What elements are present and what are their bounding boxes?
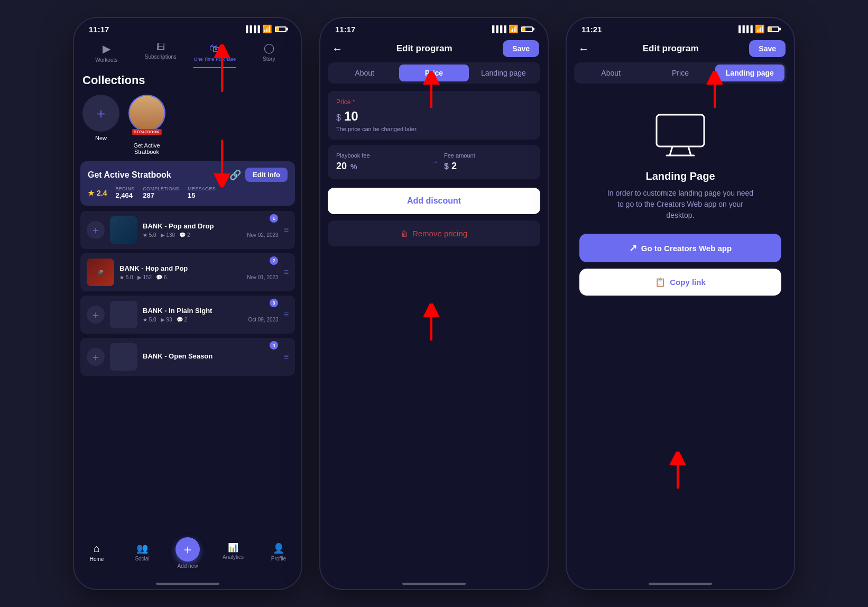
tab-workouts[interactable]: ▶ Workouts [79, 39, 134, 68]
workout-info-4: BANK - Open Season [143, 352, 279, 362]
fee-amount-value-row: $ 2 [444, 161, 532, 172]
avatar-image [130, 96, 164, 131]
add-new-label: Add new [178, 563, 198, 569]
tab-about-2[interactable]: About [330, 65, 399, 81]
status-time-2: 11:17 [335, 25, 355, 34]
status-time-1: 11:17 [89, 25, 109, 34]
fee-amount-value: 2 [451, 161, 457, 171]
nav-home[interactable]: ⌂ Home [74, 542, 119, 569]
tab-price-2[interactable]: Price [399, 65, 468, 81]
tab-price-3[interactable]: Price [645, 65, 715, 81]
fee-arrow-icon: → [429, 157, 439, 168]
add-workout-4[interactable]: ＋ [87, 348, 105, 366]
landing-page-desc: In order to customize landing page you n… [606, 188, 754, 221]
status-bar-3: 11:21 ▐▐▐▐ 📶 [567, 18, 794, 36]
workout-badge-1: 1 [270, 214, 278, 223]
messages-value: 15 [188, 191, 195, 199]
completions-value: 287 [143, 191, 154, 199]
workout-item-2[interactable]: 🎬 BANK - Hop and Pop ★ 5.0 ▶ 152 💬 6 Nov… [80, 253, 295, 291]
comment-icon-1: 💬 2 [179, 232, 190, 238]
price-field-label: Price * [336, 98, 532, 106]
nav-social[interactable]: 👥 Social [119, 542, 165, 569]
add-discount-button[interactable]: Add discount [328, 188, 540, 214]
workout-date-1: Nov 02, 2023 [247, 232, 279, 238]
story-icon: ◯ [264, 42, 274, 54]
fee-amount-group: Fee amount $ 2 [444, 152, 532, 172]
tab-about-3[interactable]: About [576, 65, 645, 81]
subscriptions-icon: 🎞 [156, 42, 165, 52]
rating-value: 2.4 [97, 189, 107, 197]
messages-stat: Messages 15 [188, 186, 216, 199]
tab-bar-3: About Price Landing page [574, 62, 787, 84]
wifi-icon-3: 📶 [755, 24, 765, 34]
add-new-button[interactable]: ＋ [176, 537, 200, 562]
workout-title-1: BANK - Pop and Drop [143, 222, 279, 230]
social-icon: 👥 [136, 542, 148, 554]
tab-story[interactable]: ◯ Story [242, 39, 297, 68]
completions-stat: Completions 287 [143, 186, 179, 199]
playbook-fee-group: Playbook fee 20 % [336, 152, 424, 172]
add-workout-1[interactable]: ＋ [87, 221, 105, 239]
add-workout-3[interactable]: ＋ [87, 306, 105, 324]
edit-program-title-3: Edit program [592, 43, 749, 54]
tab-one-time-purchase[interactable]: 🛍 One Time Purchase [188, 39, 242, 68]
tab-subscriptions[interactable]: 🎞 Subscriptions [134, 39, 188, 68]
drag-handle-2: ≡ [284, 268, 289, 277]
star-icon: ★ [88, 189, 95, 197]
workout-item-3[interactable]: ＋ BANK - In Plain Sight ★ 5.0 ▶ 93 💬 2 O… [80, 296, 295, 334]
home-indicator-3 [649, 583, 712, 585]
analytics-icon: 📊 [228, 542, 238, 553]
bottom-nav: ⌂ Home 👥 Social ＋ Add new 📊 Analytics 👤 … [74, 538, 301, 580]
profile-label: Profile [271, 556, 286, 562]
get-active-collection-item[interactable]: STRATBOOK Get Active Stratbook [127, 95, 167, 155]
workout-item-4[interactable]: ＋ BANK - Open Season 4 ≡ [80, 338, 295, 376]
edit-header-3: ← Edit program Save [567, 36, 794, 62]
copy-link-button[interactable]: 📋 Copy link [579, 269, 781, 296]
battery-icon-3 [768, 26, 779, 32]
status-icons-1: ▐▐▐▐ 📶 [244, 24, 287, 34]
workout-title-2: BANK - Hop and Pop [119, 264, 279, 272]
svg-line-6 [688, 146, 691, 155]
save-button-3[interactable]: Save [749, 40, 786, 57]
phone-2: 11:17 ▐▐▐▐ 📶 ← Edit program Save About P… [320, 18, 548, 589]
workout-date-3: Oct 09, 2023 [248, 317, 278, 323]
workout-meta-2: ★ 5.0 ▶ 152 💬 6 Nov 01, 2023 [119, 274, 279, 280]
status-icons-3: ▐▐▐▐ 📶 [736, 24, 779, 34]
nav-analytics[interactable]: 📊 Analytics [210, 542, 256, 569]
remove-pricing-button[interactable]: 🗑 Remove pricing [328, 220, 540, 246]
workout-badge-3: 3 [270, 299, 278, 307]
edit-header-2: ← Edit program Save [320, 36, 548, 62]
save-button-2[interactable]: Save [503, 40, 539, 57]
back-button-2[interactable]: ← [329, 40, 346, 57]
tab-landing-2[interactable]: Landing page [469, 65, 538, 81]
analytics-label: Analytics [223, 554, 244, 560]
tab-landing-3[interactable]: Landing page [715, 65, 784, 81]
phone-3: 11:21 ▐▐▐▐ 📶 ← Edit program Save About P… [567, 18, 794, 589]
new-collection-item[interactable]: ＋ New [82, 95, 119, 141]
nav-add-new[interactable]: ＋ Add new [165, 542, 210, 569]
price-field[interactable]: Price * $ 10 The price can be changed la… [328, 91, 540, 140]
trash-icon: 🗑 [401, 229, 408, 238]
fee-amount-label: Fee amount [444, 152, 532, 159]
back-button-3[interactable]: ← [575, 40, 592, 57]
fee-row: Playbook fee 20 % → Fee amount $ 2 [328, 145, 540, 179]
link-button[interactable]: 🔗 [225, 169, 245, 181]
drag-handle-4: ≡ [284, 352, 289, 362]
workout-badge-2: 2 [270, 256, 278, 265]
nav-profile[interactable]: 👤 Profile [256, 542, 301, 569]
playbook-fee-value: 20 % [336, 161, 424, 172]
signal-icon-1: ▐▐▐▐ [244, 25, 260, 33]
workout-rating-3: ★ 5.0 [143, 317, 156, 323]
go-creators-button[interactable]: ↗ Go to Creators Web app [579, 234, 781, 262]
workout-item-1[interactable]: ＋ BANK - Pop and Drop ★ 5.0 ▶ 130 💬 2 No… [80, 211, 295, 249]
home-indicator-2 [402, 583, 466, 585]
edit-info-button[interactable]: Edit info [245, 168, 288, 182]
wifi-icon-2: 📶 [509, 24, 519, 34]
workout-rating-1: ★ 5.0 [143, 232, 156, 238]
workout-list: ＋ BANK - Pop and Drop ★ 5.0 ▶ 130 💬 2 No… [74, 211, 301, 538]
status-time-3: 11:21 [581, 25, 602, 34]
battery-icon-2 [521, 26, 533, 32]
external-link-icon: ↗ [629, 242, 637, 254]
play-icon-1: ▶ 130 [161, 232, 175, 238]
workout-rating-2: ★ 5.0 [119, 274, 133, 280]
